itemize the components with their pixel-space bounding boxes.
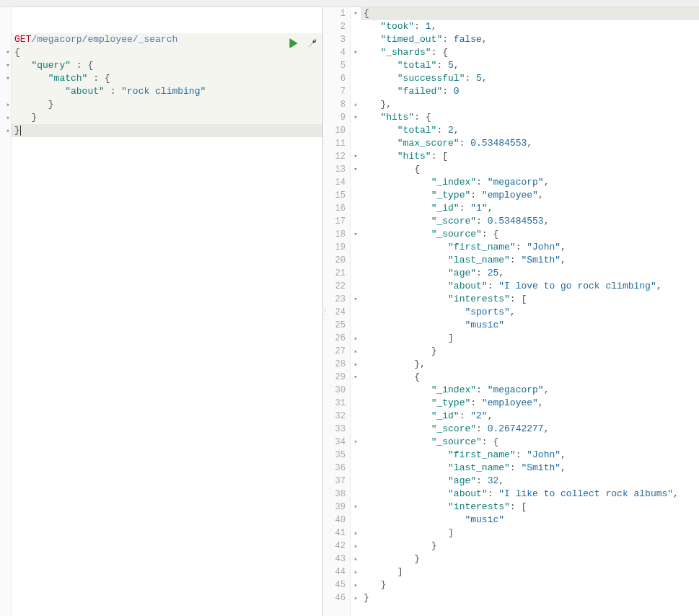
line-number: 3 <box>327 33 347 46</box>
fold-marker[interactable]: ▾ <box>352 7 359 20</box>
response-line[interactable]: { <box>361 163 699 176</box>
response-line[interactable]: } <box>361 345 699 358</box>
response-line[interactable]: "failed": 0 <box>361 85 699 98</box>
token-punc: , <box>498 268 504 278</box>
response-line[interactable]: "sports", <box>361 306 699 319</box>
response-code[interactable]: { "took": 1, "timed_out": false, "_shard… <box>361 7 699 616</box>
response-line[interactable]: { <box>361 371 699 384</box>
response-line[interactable]: "successful": 5, <box>361 72 699 85</box>
response-line[interactable]: "total": 5, <box>361 59 699 72</box>
token-str: "1" <box>470 203 487 214</box>
line-number: 1 <box>327 7 347 20</box>
response-line[interactable]: "last_name": "Smith", <box>361 462 699 475</box>
fold-marker[interactable]: ▴ <box>352 527 359 540</box>
request-body-line[interactable]: } <box>12 111 322 124</box>
request-body-line[interactable]: "about" : "rock climbing" <box>12 85 322 98</box>
response-line[interactable]: { <box>361 7 699 20</box>
response-line[interactable]: ] <box>361 332 699 345</box>
run-icon[interactable] <box>288 38 299 49</box>
response-line[interactable]: } <box>361 591 699 604</box>
fold-marker[interactable]: ▾ <box>352 436 359 449</box>
response-line[interactable]: }, <box>361 98 699 111</box>
response-line[interactable]: "hits": { <box>361 111 699 124</box>
token-num: 0 <box>454 86 460 97</box>
fold-marker[interactable]: ▾ <box>352 371 359 384</box>
request-body-line[interactable]: } <box>12 124 322 137</box>
fold-marker[interactable]: ▴ <box>4 124 12 137</box>
request-editor-pane[interactable]: ▾▾▾▴▴▴ GET /megacorp/employee/_search{ "… <box>0 7 323 616</box>
token-punc: : { <box>482 436 498 447</box>
fold-marker[interactable]: ▴ <box>352 553 359 566</box>
fold-marker[interactable]: ▴ <box>4 111 12 124</box>
response-line[interactable]: } <box>361 553 699 566</box>
response-line[interactable]: "last_name": "Smith", <box>361 254 699 267</box>
request-code[interactable]: GET /megacorp/employee/_search{ "query" … <box>12 7 322 616</box>
request-body-line[interactable]: { <box>12 46 322 59</box>
response-line[interactable]: "_shards": { <box>361 46 699 59</box>
response-line[interactable]: "about": "I like to collect rock albums"… <box>361 488 699 501</box>
response-line[interactable]: "first_name": "John", <box>361 449 699 462</box>
fold-marker[interactable]: ▴ <box>352 332 359 345</box>
line-number: 11 <box>327 137 347 150</box>
fold-marker[interactable]: ▾ <box>4 46 12 59</box>
response-fold-gutter[interactable]: ▾▾▴▾▾▾▾▾▴▴▴▾▾▾▴▴▴▴▴▴ <box>351 7 361 616</box>
response-line[interactable]: "hits": [ <box>361 150 699 163</box>
response-line[interactable]: "music" <box>361 514 699 527</box>
response-line[interactable]: } <box>361 540 699 553</box>
line-number: 6 <box>327 72 347 85</box>
response-line[interactable]: "about": "I love to go rock climbing", <box>361 280 699 293</box>
fold-marker[interactable]: ▾ <box>352 228 359 241</box>
response-line[interactable]: ] <box>361 527 699 540</box>
response-line[interactable]: "_type": "employee", <box>361 189 699 202</box>
request-body-line[interactable]: "match" : { <box>12 72 322 85</box>
fold-marker[interactable]: ▾ <box>352 150 359 163</box>
fold-marker[interactable]: ▴ <box>352 566 359 578</box>
fold-marker[interactable]: ▴ <box>352 540 359 553</box>
fold-marker[interactable]: ▴ <box>352 591 359 604</box>
fold-marker[interactable]: ▾ <box>352 46 359 59</box>
token-str: "I love to go rock climbing" <box>498 281 656 291</box>
response-line[interactable]: "_index": "megacorp", <box>361 384 699 397</box>
response-line[interactable]: "max_score": 0.53484553, <box>361 137 699 150</box>
fold-marker[interactable]: ▾ <box>352 111 359 124</box>
fold-marker[interactable]: ▾ <box>352 163 359 176</box>
response-line[interactable]: "age": 32, <box>361 475 699 488</box>
response-line[interactable]: "_score": 0.26742277, <box>361 423 699 436</box>
response-line[interactable]: "age": 25, <box>361 267 699 280</box>
fold-marker[interactable]: ▴ <box>4 98 12 111</box>
fold-marker[interactable]: ▾ <box>352 293 359 306</box>
fold-marker[interactable]: ▴ <box>352 98 359 111</box>
response-viewer-pane[interactable]: 1234567891011121314151617181920212223242… <box>327 7 699 616</box>
response-line[interactable]: "timed_out": false, <box>361 33 699 46</box>
fold-marker[interactable]: ▴ <box>352 358 359 371</box>
request-body-line[interactable]: "query" : { <box>12 59 322 72</box>
response-line[interactable]: "_id": "1", <box>361 202 699 215</box>
wrench-icon[interactable] <box>307 38 318 49</box>
response-line[interactable]: "_source": { <box>361 228 699 241</box>
fold-marker[interactable]: ▴ <box>352 345 359 358</box>
token-punc: : <box>465 73 476 84</box>
token-punc: : <box>442 34 454 45</box>
fold-marker[interactable]: ▾ <box>4 72 12 85</box>
response-line[interactable]: "_source": { <box>361 436 699 449</box>
response-line[interactable]: "_score": 0.53484553, <box>361 215 699 228</box>
response-line[interactable]: "first_name": "John", <box>361 241 699 254</box>
fold-marker[interactable]: ▴ <box>352 578 359 591</box>
response-line[interactable]: "music" <box>361 319 699 332</box>
response-line[interactable]: "interests": [ <box>361 293 699 306</box>
request-line[interactable]: GET /megacorp/employee/_search <box>12 33 322 46</box>
response-line[interactable]: "_index": "megacorp", <box>361 176 699 189</box>
response-line[interactable]: "took": 1, <box>361 20 699 33</box>
response-line[interactable]: "_type": "employee", <box>361 397 699 410</box>
fold-marker[interactable]: ▾ <box>352 501 359 514</box>
response-line[interactable]: ] <box>361 566 699 578</box>
response-line[interactable]: }, <box>361 358 699 371</box>
response-line[interactable]: } <box>361 578 699 591</box>
response-line[interactable]: "interests": [ <box>361 501 699 514</box>
fold-marker[interactable]: ▾ <box>4 59 12 72</box>
line-number: 9 <box>327 111 347 124</box>
request-body-line[interactable]: } <box>12 98 322 111</box>
response-line[interactable]: "_id": "2", <box>361 410 699 423</box>
token-str: "rock climbing" <box>121 86 206 97</box>
response-line[interactable]: "total": 2, <box>361 124 699 137</box>
